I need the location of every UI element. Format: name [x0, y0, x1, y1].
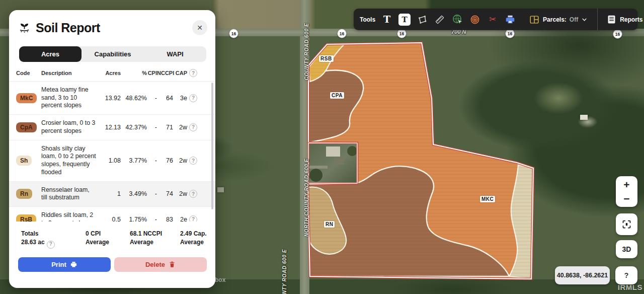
row-help-icon[interactable]: ? [189, 157, 197, 165]
soil-description: Rensselaer loam, till substratum [41, 186, 100, 202]
map-building [217, 187, 224, 192]
soil-code-badge: RsB [16, 214, 36, 222]
row-help-icon[interactable]: ? [189, 215, 197, 222]
soil-nccpi: 64 [157, 95, 173, 102]
radius-tool-icon[interactable] [469, 14, 481, 26]
report-tabs: Acres Capabilities WAPI [19, 46, 206, 62]
route-shield-16: 16 [229, 29, 238, 38]
soil-pct: 42.37% [121, 124, 147, 131]
print-tool-icon[interactable] [504, 14, 516, 26]
table-row[interactable]: Rn Rensselaer loam, till substratum 1 3.… [9, 182, 215, 207]
soil-cap: 3e [173, 95, 187, 102]
map-soil-label-rn: RN [324, 221, 335, 228]
zoom-in-button[interactable]: + [623, 179, 629, 190]
tab-capabilities[interactable]: Capabilities [82, 46, 144, 62]
totals-cpi: 0 CPI Average [86, 230, 130, 249]
soil-acres: 0.5 [100, 216, 121, 222]
col-cap: CAP [173, 70, 187, 76]
soil-nccpi: 83 [157, 216, 173, 222]
soil-code-badge: Sh [16, 156, 32, 166]
map-attribution: box [215, 276, 225, 283]
soil-cpi: - [147, 157, 157, 164]
map-help-button[interactable]: ? [615, 266, 637, 284]
map-soil-label-rsb: RSB [319, 55, 334, 62]
totals-acres: Totals 28.63 ac? [21, 230, 86, 249]
soil-cpi: - [147, 124, 157, 131]
delete-button[interactable]: Delete [114, 257, 207, 272]
soil-description: Riddles silt loam, 2 to 6 percent slopes [41, 211, 100, 222]
soil-nccpi: 74 [157, 190, 173, 197]
table-row[interactable]: MkC Metea loamy fine sand, 3 to 10 perce… [9, 82, 215, 115]
soil-cap: 2e [173, 216, 187, 222]
soil-code-badge: CpA [16, 122, 37, 132]
table-row[interactable]: Sh Shoals silty clay loam, 0 to 2 percen… [9, 140, 215, 182]
reports-label: Reports [620, 16, 642, 23]
modal-title: Soil Report [36, 21, 188, 35]
table-header: Code Description Acres % CPI NCCPI CAP ? [9, 62, 215, 82]
table-row[interactable]: RsB Riddles silt loam, 2 to 6 percent sl… [9, 207, 215, 222]
zoom-control: + − [616, 176, 637, 207]
parcels-toggle[interactable]: Parcels: Off [529, 14, 588, 25]
cut-tool-icon[interactable]: ✂ [487, 14, 499, 26]
soil-description: Shoals silty clay loam, 0 to 2 percent s… [41, 145, 100, 177]
polygon-tool-icon[interactable] [416, 14, 428, 26]
text-tool-icon[interactable]: T [381, 14, 393, 26]
toolbar-divider [597, 9, 598, 30]
road-label-county-road-top: COUNTY ROAD 600 E [304, 0, 309, 117]
reports-menu[interactable]: Reports [606, 14, 644, 25]
totals-cap: 2.49 Cap. Average [180, 230, 210, 249]
soil-acres: 1 [100, 190, 121, 197]
tab-acres[interactable]: Acres [19, 46, 82, 62]
tools-label: Tools [360, 16, 375, 23]
table-row[interactable]: CpA Crosier loam, 0 to 3 percent slopes … [9, 115, 215, 140]
text-box-tool-icon[interactable]: T [398, 14, 411, 26]
totals-row: Totals 28.63 ac? 0 CPI Average 68.1 NCCP… [9, 222, 215, 249]
soil-cpi: - [147, 95, 157, 102]
trash-icon [169, 261, 176, 268]
soil-acres: 13.92 [100, 95, 121, 102]
soil-code-badge: MkC [16, 93, 37, 103]
scrollbar-thumb[interactable] [211, 83, 213, 209]
print-button-label: Print [51, 261, 66, 268]
soil-description: Metea loamy fine sand, 3 to 10 percent s… [41, 86, 100, 110]
globe-select-tool-icon[interactable] [451, 14, 463, 26]
header-help-icon[interactable]: ? [189, 69, 197, 77]
close-button[interactable]: ✕ [192, 20, 207, 35]
map-soil-label-mkc: MKC [480, 196, 495, 202]
parcels-label: Parcels: [543, 16, 567, 23]
col-cpi: CPI [147, 70, 157, 76]
route-shield-16: 16 [613, 29, 622, 39]
soil-acres: 1.08 [100, 157, 121, 164]
close-icon: ✕ [197, 24, 203, 32]
soil-cap: 2w [173, 190, 187, 197]
soil-code-badge: Rn [16, 189, 32, 199]
soil-cap: 2w [173, 157, 187, 164]
parcels-icon [529, 14, 540, 25]
road-label-county-road-mid: NORTH COUNTY ROAD 600 E [304, 137, 309, 258]
fullscreen-button[interactable] [616, 213, 637, 235]
col-code: Code [16, 70, 41, 76]
route-shield-16: 16 [337, 29, 347, 38]
map-toolbar: Tools T T ✂ [354, 9, 637, 30]
totals-help-icon[interactable]: ? [47, 241, 55, 249]
tab-wapi[interactable]: WAPI [144, 46, 206, 62]
row-help-icon[interactable]: ? [189, 123, 197, 131]
3d-view-button[interactable]: 3D [616, 240, 637, 258]
print-button[interactable]: Print [18, 257, 111, 272]
zoom-out-button[interactable]: − [623, 193, 629, 204]
col-description: Description [41, 70, 100, 76]
soil-pct: 3.77% [121, 157, 147, 164]
reports-icon [606, 14, 617, 25]
ruler-tool-icon[interactable] [434, 14, 446, 26]
row-help-icon[interactable]: ? [189, 94, 197, 102]
soil-acres: 12.13 [100, 124, 121, 131]
sprout-icon [18, 21, 31, 35]
map-building [580, 115, 588, 120]
map-soil-label-cpa: CPA [330, 92, 344, 99]
totals-nccpi: 68.1 NCCPI Average [130, 230, 180, 249]
soil-cpi: - [147, 190, 157, 197]
soil-nccpi: 71 [157, 124, 173, 131]
soil-pct: 1.75% [121, 216, 147, 222]
row-help-icon[interactable]: ? [189, 190, 197, 198]
soil-report-modal: Soil Report ✕ Acres Capabilities WAPI Co… [9, 10, 215, 288]
